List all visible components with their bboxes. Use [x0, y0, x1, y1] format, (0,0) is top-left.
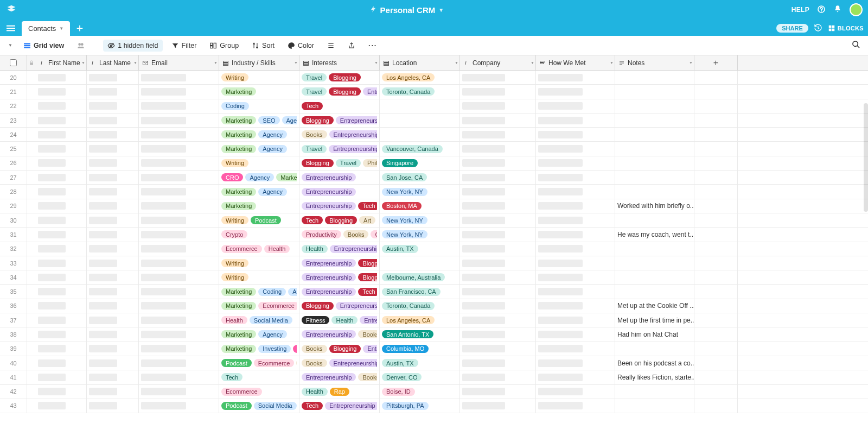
row-number[interactable]: 21 [0, 85, 27, 98]
blurred-cell[interactable] [36, 370, 87, 384]
blurred-cell[interactable] [139, 299, 219, 313]
location-cell[interactable]: Singapore [380, 156, 460, 170]
blurred-cell[interactable] [87, 113, 139, 127]
row-number[interactable]: 28 [0, 185, 27, 198]
color-button[interactable]: Color [283, 40, 318, 52]
notes-cell[interactable] [615, 171, 694, 184]
header-select-all[interactable] [0, 55, 27, 70]
row-number[interactable]: 41 [0, 370, 27, 384]
blurred-cell[interactable] [36, 128, 87, 141]
blurred-cell[interactable] [139, 399, 219, 413]
table-row[interactable]: 21MarketingTravelBloggingEntrepreneurshi… [0, 85, 868, 99]
industry-cell[interactable]: Writing [219, 156, 299, 170]
blurred-cell[interactable] [139, 270, 219, 284]
blurred-cell[interactable] [460, 142, 536, 155]
notes-cell[interactable]: Met up the first time in pe... [615, 313, 694, 327]
blurred-cell[interactable] [536, 128, 615, 141]
blurred-cell[interactable] [460, 285, 536, 298]
blurred-cell[interactable] [460, 313, 536, 327]
blurred-cell[interactable] [36, 327, 87, 341]
blurred-cell[interactable] [460, 213, 536, 227]
location-cell[interactable]: Boston, MA [380, 199, 460, 213]
location-cell[interactable]: Vancouver, Canada [380, 142, 460, 155]
table-row[interactable]: 40PodcastEcommerceMBooksEntrepreneurship… [0, 356, 868, 370]
blurred-cell[interactable] [36, 356, 87, 370]
blurred-cell[interactable] [36, 142, 87, 155]
blurred-cell[interactable] [460, 228, 536, 241]
industry-cell[interactable]: MarketingAgency [219, 185, 299, 198]
industry-cell[interactable]: Writing [219, 256, 299, 270]
industry-cell[interactable]: MarketingSEOAgency [219, 113, 299, 127]
location-cell[interactable]: Los Angeles, CA [380, 71, 460, 84]
industry-cell[interactable]: HealthSocial Media [219, 313, 299, 327]
location-cell[interactable] [380, 113, 460, 127]
blurred-cell[interactable] [87, 242, 139, 256]
table-row[interactable]: 33WritingEntrepreneurshipBlogging [0, 256, 868, 270]
blurred-cell[interactable] [536, 256, 615, 270]
share-view-button[interactable] [343, 40, 360, 52]
blurred-cell[interactable] [36, 171, 87, 184]
notes-cell[interactable] [615, 385, 694, 399]
blurred-cell[interactable] [139, 256, 219, 270]
blurred-cell[interactable] [460, 99, 536, 113]
blurred-cell[interactable] [139, 327, 219, 341]
blurred-cell[interactable] [139, 113, 219, 127]
notes-cell[interactable]: Been on his podcast a co... [615, 356, 694, 370]
blurred-cell[interactable] [536, 370, 615, 384]
blurred-cell[interactable] [536, 185, 615, 198]
interests-cell[interactable]: TechEntrepreneurship [299, 399, 380, 413]
blurred-cell[interactable] [139, 156, 219, 170]
blurred-cell[interactable] [87, 142, 139, 155]
notes-cell[interactable] [615, 113, 694, 127]
location-cell[interactable]: Columbia, MO [380, 342, 460, 356]
row-number[interactable]: 33 [0, 256, 27, 270]
notes-cell[interactable]: He was my coach, went t... [615, 228, 694, 241]
blurred-cell[interactable] [536, 199, 615, 213]
blurred-cell[interactable] [460, 399, 536, 413]
blurred-cell[interactable] [536, 213, 615, 227]
group-button[interactable]: Group [205, 40, 243, 52]
location-cell[interactable]: San Antonio, TX [380, 327, 460, 341]
table-row[interactable]: 26WritingBloggingTravelPhilosSingapore [0, 156, 868, 171]
table-row[interactable]: 28MarketingAgencyEntrepreneurshipNew Yor… [0, 185, 868, 199]
industry-cell[interactable]: Writing [219, 270, 299, 284]
view-switcher[interactable]: Grid view [19, 40, 68, 52]
search-button[interactable] [850, 38, 863, 53]
notes-cell[interactable] [615, 285, 694, 298]
blurred-cell[interactable] [139, 199, 219, 213]
row-height-button[interactable] [323, 40, 339, 52]
blurred-cell[interactable] [87, 399, 139, 413]
industry-cell[interactable]: Marketing [219, 199, 299, 213]
row-number[interactable]: 26 [0, 156, 27, 170]
notes-cell[interactable]: Really likes Fiction, starte... [615, 370, 694, 384]
location-cell[interactable] [380, 99, 460, 113]
notes-cell[interactable] [615, 399, 694, 413]
industry-cell[interactable]: Ecommerce [219, 385, 299, 399]
blurred-cell[interactable] [36, 213, 87, 227]
notes-cell[interactable] [615, 270, 694, 284]
table-row[interactable]: 32EcommerceHealthHealthEntrepreneurshipA… [0, 242, 868, 256]
row-number[interactable]: 43 [0, 399, 27, 413]
blurred-cell[interactable] [139, 370, 219, 384]
industry-cell[interactable]: MarketingInvestingV [219, 342, 299, 356]
notes-cell[interactable] [615, 256, 694, 270]
blurred-cell[interactable] [36, 156, 87, 170]
location-cell[interactable]: San Francisco, CA [380, 285, 460, 298]
blurred-cell[interactable] [460, 113, 536, 127]
blurred-cell[interactable] [536, 299, 615, 313]
blurred-cell[interactable] [87, 370, 139, 384]
blurred-cell[interactable] [460, 71, 536, 84]
column-header-howmet[interactable]: How We Met▼ [536, 55, 615, 70]
blurred-cell[interactable] [139, 71, 219, 84]
add-table-button[interactable] [74, 22, 86, 34]
collaborators-button[interactable] [73, 40, 89, 52]
blurred-cell[interactable] [139, 285, 219, 298]
blurred-cell[interactable] [87, 299, 139, 313]
interests-cell[interactable]: EntrepreneurshipBooks [299, 370, 380, 384]
table-row[interactable]: 27CROAgencyMarketingEntrepreneurshipSan … [0, 171, 868, 185]
filter-button[interactable]: Filter [167, 40, 201, 52]
table-row[interactable]: 20WritingTravelBloggingLos Angeles, CA [0, 71, 868, 85]
table-row[interactable]: 37HealthSocial MediaFitnessHealthEntrepr… [0, 313, 868, 327]
blurred-cell[interactable] [36, 285, 87, 298]
notes-cell[interactable] [615, 156, 694, 170]
